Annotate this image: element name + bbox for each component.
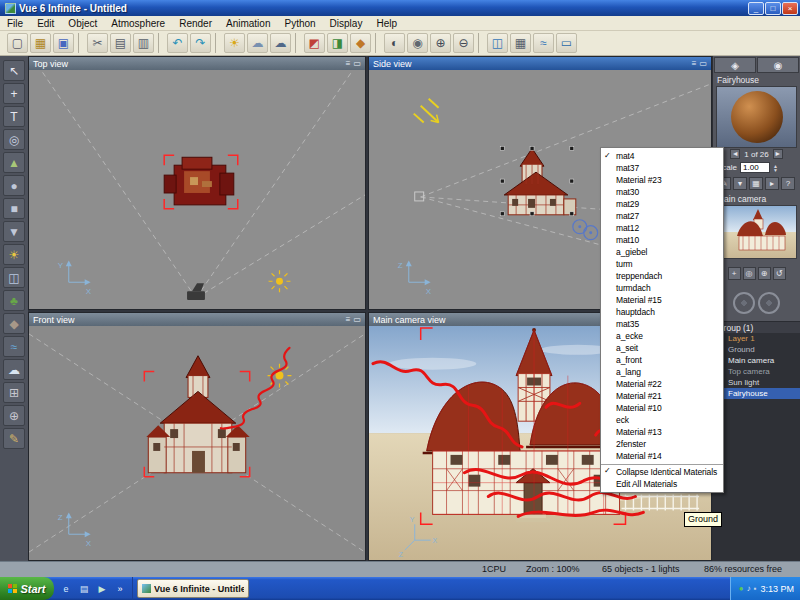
top-viewport-canvas[interactable]: Y X <box>29 70 365 309</box>
open-file-button[interactable]: ▦ <box>30 33 51 53</box>
zoom-tool[interactable]: ⊕ <box>3 405 25 426</box>
filter-curve-button[interactable]: ≈ <box>533 33 554 53</box>
render-button[interactable]: ◐ <box>384 33 405 53</box>
rain-clouds-button[interactable]: ☁ <box>270 33 291 53</box>
sun-atmosphere-button[interactable]: ☀ <box>224 33 245 53</box>
camera-pan-button[interactable]: + <box>728 267 741 280</box>
object-row-ground[interactable]: ▦ Ground <box>713 344 800 355</box>
context-menu-item[interactable]: ✓ mat29 <box>601 198 723 210</box>
display-options-button[interactable]: ◫ <box>487 33 508 53</box>
cone-tool[interactable]: ▼ <box>3 221 25 242</box>
viewport-menu-icon[interactable]: ≡ <box>346 315 351 324</box>
material-animation-button[interactable]: ▸ <box>765 177 779 190</box>
viewport-top-header[interactable]: Top view ≡ ▭ <box>29 57 365 70</box>
tray-network-icon[interactable]: ▪ <box>754 584 757 593</box>
tray-volume-icon[interactable]: ♪ <box>747 584 751 593</box>
paste-button[interactable]: ▥ <box>133 33 154 53</box>
context-menu-item[interactable]: ✓ a_lang <box>601 366 723 378</box>
clouds-button[interactable]: ☁ <box>247 33 268 53</box>
terrain-tool[interactable]: ▲ <box>3 152 25 173</box>
viewport-side-header[interactable]: Side view ≡ ▭ <box>369 57 711 70</box>
sphere-tool[interactable]: ● <box>3 175 25 196</box>
context-menu-item[interactable]: ✓ mat4 <box>601 150 723 162</box>
context-menu-item[interactable]: ✓ mat12 <box>601 222 723 234</box>
context-menu-item[interactable]: ✓ Collapse Identical Materials <box>601 464 723 478</box>
context-menu-item[interactable]: ✓ Material #23 <box>601 174 723 186</box>
menu-item[interactable]: Edit <box>30 18 61 29</box>
start-button[interactable]: Start <box>0 577 54 600</box>
context-menu-item[interactable]: ✓ mat30 <box>601 186 723 198</box>
quick-launch-overflow-chevron[interactable]: » <box>112 581 128 597</box>
zoom-in-button[interactable]: ⊕ <box>430 33 451 53</box>
viewport-menu-icon[interactable]: ≡ <box>692 59 697 68</box>
context-menu-item[interactable]: ✓ hauptdach <box>601 306 723 318</box>
viewport-maximize-icon[interactable]: ▭ <box>353 315 361 324</box>
title-bar[interactable]: Vue 6 Infinite - Untitled _ □ × <box>0 0 800 16</box>
context-menu-item[interactable]: ✓ turm <box>601 258 723 270</box>
menu-item[interactable]: Display <box>323 18 370 29</box>
render-options-button[interactable]: ◉ <box>407 33 428 53</box>
save-file-button[interactable]: ▣ <box>53 33 74 53</box>
object-row-layer1[interactable]: ▾ Layer 1 <box>713 333 800 344</box>
display-tab-button[interactable]: ◉ <box>757 57 799 73</box>
context-menu-item[interactable]: ✓ treppendach <box>601 270 723 282</box>
context-menu-item[interactable]: ✓ Material #15 <box>601 294 723 306</box>
cut-button[interactable]: ✂ <box>87 33 108 53</box>
camera-orbit-dial[interactable] <box>733 292 755 314</box>
material-options-button[interactable]: ▾ <box>733 177 747 190</box>
rock-tool[interactable]: ◆ <box>3 313 25 334</box>
context-menu-item[interactable]: ✓ Material #21 <box>601 390 723 402</box>
camera-preview[interactable] <box>716 205 797 259</box>
maximize-button[interactable]: □ <box>765 2 781 15</box>
group-header[interactable]: Group (1) <box>713 321 800 333</box>
object-row-main-camera[interactable]: ◫ Main camera <box>713 355 800 366</box>
show-desktop-icon[interactable]: ▤ <box>76 581 92 597</box>
material-help-button[interactable]: ? <box>781 177 795 190</box>
menu-item[interactable]: Object <box>61 18 104 29</box>
camera-tool[interactable]: ◫ <box>3 267 25 288</box>
plant-tool[interactable]: ♣ <box>3 290 25 311</box>
cube-tool[interactable]: ■ <box>3 198 25 219</box>
next-material-button[interactable]: ► <box>773 149 783 159</box>
scale-input[interactable]: 1.00 <box>740 162 770 173</box>
context-menu-item[interactable]: ✓ a_ecke <box>601 330 723 342</box>
context-menu-item[interactable]: ✓ Material #10 <box>601 402 723 414</box>
context-menu-item[interactable]: ✓ a_front <box>601 354 723 366</box>
camera-reset-button[interactable]: ↺ <box>773 267 786 280</box>
color-palette-button[interactable]: ◨ <box>327 33 348 53</box>
camera-height-dial[interactable] <box>758 292 780 314</box>
prev-material-button[interactable]: ◄ <box>730 149 740 159</box>
grid-options-button[interactable]: ▦ <box>510 33 531 53</box>
dual-display-button[interactable]: ▭ <box>556 33 577 53</box>
internet-explorer-icon[interactable]: e <box>58 581 74 597</box>
context-menu-item[interactable]: ✓ Material #22 <box>601 378 723 390</box>
tray-status-icon[interactable]: ● <box>739 584 744 593</box>
materials-button[interactable]: ◩ <box>304 33 325 53</box>
undo-button[interactable]: ↶ <box>167 33 188 53</box>
camera-zoom-button[interactable]: ⊕ <box>758 267 771 280</box>
viewport-front-header[interactable]: Front view ≡ ▭ <box>29 313 365 326</box>
sun-light-icon[interactable] <box>269 270 291 292</box>
context-menu-item[interactable]: ✓ a_seit <box>601 342 723 354</box>
texture-button[interactable]: ◆ <box>350 33 371 53</box>
zoom-out-button[interactable]: ⊖ <box>453 33 474 53</box>
menu-item[interactable]: File <box>0 18 30 29</box>
menu-item[interactable]: Python <box>277 18 322 29</box>
viewport-maximize-icon[interactable]: ▭ <box>699 59 707 68</box>
context-menu-item[interactable]: ✓ mat10 <box>601 234 723 246</box>
cloud-tool[interactable]: ☁ <box>3 359 25 380</box>
paint-tool[interactable]: ✎ <box>3 428 25 449</box>
load-material-button[interactable]: ▦ <box>749 177 763 190</box>
context-menu-item[interactable]: ✓ eck <box>601 414 723 426</box>
viewport-menu-icon[interactable]: ≡ <box>346 59 351 68</box>
light-tool[interactable]: ☀ <box>3 244 25 265</box>
select-tool[interactable]: ↖ <box>3 60 25 81</box>
context-menu-item[interactable]: ✓ mat35 <box>601 318 723 330</box>
text-tool[interactable]: T <box>3 106 25 127</box>
close-button[interactable]: × <box>782 2 798 15</box>
menu-item[interactable]: Help <box>369 18 404 29</box>
minimize-button[interactable]: _ <box>748 2 764 15</box>
taskbar-task-button[interactable]: Vue 6 Infinite - Untitled <box>137 579 249 598</box>
copy-button[interactable]: ▤ <box>110 33 131 53</box>
menu-item[interactable]: Atmosphere <box>104 18 172 29</box>
